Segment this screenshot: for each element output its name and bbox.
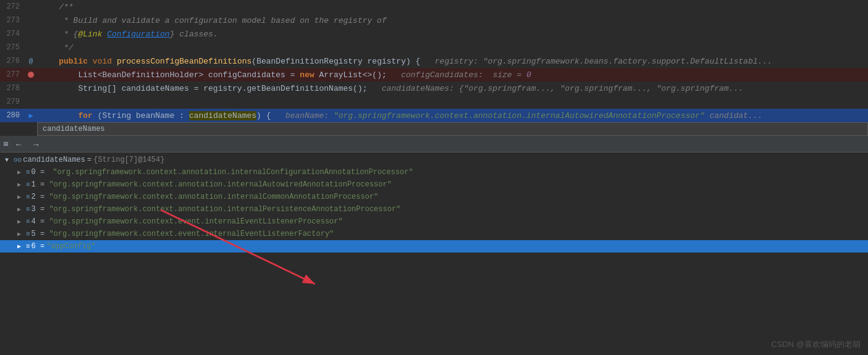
line-num-275: 275 bbox=[0, 43, 25, 52]
line-num-273: 273 bbox=[0, 16, 25, 25]
expand-icon-5[interactable]: ▶ bbox=[17, 230, 26, 238]
var-val-0: "org.springframework.context.annotation.… bbox=[48, 168, 413, 177]
breakpoint-dot-277 bbox=[28, 72, 34, 78]
code-line-280: 280 ▶ for (String beanName : candidateNa… bbox=[0, 109, 868, 122]
line-num-279: 279 bbox=[0, 98, 25, 106]
tooltip-text: candidateNames bbox=[43, 125, 105, 133]
var-val-5: "org.springframework.context.event.inter… bbox=[44, 230, 334, 238]
line-num-276: 276 bbox=[0, 57, 25, 65]
code-content-275: */ bbox=[37, 43, 868, 52]
code-line-272: 272 /** bbox=[0, 0, 868, 14]
var-val-6: "appConfig" bbox=[46, 242, 95, 251]
gutter-276: @ bbox=[25, 57, 37, 65]
var-val-4: "org.springframework.context.event.inter… bbox=[44, 217, 342, 226]
var-index-1: 1 = bbox=[32, 180, 45, 189]
code-content-280: for (String beanName : candidateNames) {… bbox=[37, 111, 868, 120]
line-num-278: 278 bbox=[0, 84, 25, 93]
comment-272: /** bbox=[40, 2, 74, 12]
var-val-2: "org.springframework.context.annotation.… bbox=[44, 193, 378, 201]
code-content-274: * {@Link Configuration} classes. bbox=[37, 30, 868, 39]
var-row-3[interactable]: ▶ ≡ 3 = "org.springframework.context.ann… bbox=[0, 203, 868, 215]
var-eq-root: = bbox=[87, 156, 91, 164]
code-line-276: 276 @ public void processConfigBeanDefin… bbox=[0, 54, 868, 68]
var-val-1: "org.springframework.context.annotation.… bbox=[44, 180, 392, 189]
var-index-3: 3 = bbox=[32, 205, 45, 214]
expand-icon-4[interactable]: ▶ bbox=[17, 218, 26, 225]
array-icon-2: ≡ bbox=[26, 193, 30, 201]
var-row-0[interactable]: ▶ ≡ 0 = "org.springframework.context.ann… bbox=[0, 166, 868, 178]
code-content-278: String[] candidateNames = registry.getBe… bbox=[37, 84, 868, 93]
var-ref-root: {String[7]@1454} bbox=[93, 156, 164, 164]
code-content-273: * Build and validate a configuration mod… bbox=[37, 16, 868, 25]
code-line-273: 273 * Build and validate a configuration… bbox=[0, 14, 868, 27]
variables-panel: ⊞ ← → ▼ oo candidateNames = {String[7]@1… bbox=[0, 136, 868, 355]
tooltip-bar: candidateNames bbox=[37, 122, 868, 136]
editor-container: 272 /** 273 * Build and validate a confi… bbox=[0, 0, 868, 355]
var-index-2: 2 = bbox=[32, 193, 45, 201]
line-num-272: 272 bbox=[0, 2, 25, 11]
expand-icon-3[interactable]: ▶ bbox=[17, 206, 26, 213]
variables-icon: ⊞ bbox=[4, 140, 8, 149]
code-line-275: 275 */ bbox=[0, 41, 868, 54]
forward-button[interactable]: → bbox=[29, 138, 43, 151]
code-line-279: 279 bbox=[0, 95, 868, 109]
variables-content: ▼ oo candidateNames = {String[7]@1454} ▶… bbox=[0, 152, 868, 254]
var-val-3: "org.springframework.context.annotation.… bbox=[44, 205, 400, 214]
code-content-279 bbox=[37, 98, 868, 107]
var-index-0: 0 = bbox=[32, 168, 45, 177]
line-num-274: 274 bbox=[0, 30, 25, 38]
expand-icon-1[interactable]: ▶ bbox=[17, 181, 26, 188]
code-line-274: 274 * {@Link Configuration} classes. bbox=[0, 27, 868, 41]
var-row-1[interactable]: ▶ ≡ 1 = "org.springframework.context.ann… bbox=[0, 178, 868, 191]
code-content-276: public void processConfigBeanDefinitions… bbox=[37, 57, 868, 66]
array-icon-1: ≡ bbox=[26, 181, 30, 188]
expand-icon-2[interactable]: ▶ bbox=[17, 193, 26, 201]
back-button[interactable]: ← bbox=[12, 138, 25, 151]
array-icon-3: ≡ bbox=[26, 206, 30, 213]
code-line-278: 278 String[] candidateNames = registry.g… bbox=[0, 81, 868, 95]
exec-arrow-280: ▶ bbox=[28, 111, 33, 120]
var-index-4: 4 = bbox=[32, 217, 45, 226]
line-num-280: 280 bbox=[0, 111, 25, 120]
var-row-6[interactable]: ▶ ≡ 6 = "appConfig" bbox=[0, 240, 868, 253]
code-area: 272 /** 273 * Build and validate a confi… bbox=[0, 0, 868, 136]
expand-icon-0[interactable]: ▶ bbox=[17, 169, 26, 176]
comment-273: * Build and validate a configuration mod… bbox=[40, 16, 387, 25]
expand-icon-6[interactable]: ▶ bbox=[17, 243, 26, 250]
var-name-root: candidateNames bbox=[23, 156, 85, 164]
gutter-280: ▶ bbox=[25, 111, 37, 120]
line-num-277: 277 bbox=[0, 70, 25, 79]
var-row-root[interactable]: ▼ oo candidateNames = {String[7]@1454} bbox=[0, 154, 868, 166]
array-icon-root: oo bbox=[14, 156, 22, 164]
code-line-277: 277 List<BeanDefinitionHolder> configCan… bbox=[0, 68, 868, 81]
array-icon-4: ≡ bbox=[26, 218, 30, 225]
expand-icon-root[interactable]: ▼ bbox=[5, 157, 14, 164]
var-index-5: 5 = bbox=[32, 230, 45, 238]
comment-275: */ bbox=[40, 43, 74, 52]
code-content-272: /** bbox=[37, 2, 868, 12]
var-row-4[interactable]: ▶ ≡ 4 = "org.springframework.context.eve… bbox=[0, 215, 868, 228]
var-row-2[interactable]: ▶ ≡ 2 = "org.springframework.context.ann… bbox=[0, 191, 868, 203]
code-content-277: List<BeanDefinitionHolder> configCandida… bbox=[37, 70, 868, 80]
variables-toolbar: ⊞ ← → bbox=[0, 136, 868, 152]
annotation-mark-276: @ bbox=[29, 57, 33, 65]
var-index-6: 6 = bbox=[32, 242, 45, 251]
comment-274: * {@Link Configuration} classes. bbox=[40, 30, 218, 39]
array-icon-0: ≡ bbox=[26, 169, 30, 176]
var-row-5[interactable]: ▶ ≡ 5 = "org.springframework.context.eve… bbox=[0, 228, 868, 240]
gutter-277 bbox=[25, 72, 37, 78]
array-icon-6: ≡ bbox=[26, 243, 30, 250]
array-icon-5: ≡ bbox=[26, 230, 30, 238]
watermark: CSDN @喜欢编码的老胡 bbox=[771, 339, 861, 350]
